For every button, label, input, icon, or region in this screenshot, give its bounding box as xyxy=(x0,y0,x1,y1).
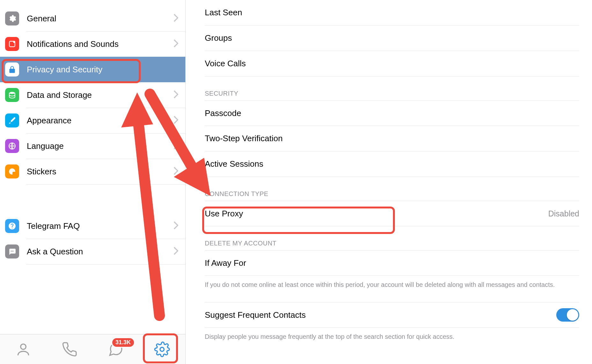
sidebar-item-label: General xyxy=(27,14,174,24)
row-label: Last Seen xyxy=(205,8,579,18)
svg-point-6 xyxy=(13,251,14,252)
sidebar-item-general[interactable]: General xyxy=(0,6,185,31)
row-passcode[interactable]: Passcode xyxy=(205,100,579,126)
connection-section: CONNECTION TYPE Use Proxy Disabled xyxy=(205,190,579,226)
chevron-right-icon xyxy=(174,91,178,99)
sidebar-item-language[interactable]: Language xyxy=(0,133,185,159)
svg-point-7 xyxy=(20,344,26,349)
row-label: If Away For xyxy=(205,258,579,268)
row-if-away[interactable]: If Away For xyxy=(205,250,579,276)
sidebar-item-label: Telegram FAQ xyxy=(27,221,174,231)
sidebar-items: General Notifications and Sounds Priva xyxy=(0,0,185,334)
chevron-right-icon xyxy=(174,40,178,48)
bell-square-icon xyxy=(5,37,19,51)
privacy-detail-pane: Last Seen Groups Voice Calls SECURITY Pa… xyxy=(186,0,592,364)
chevron-right-icon xyxy=(174,142,178,150)
row-active-sessions[interactable]: Active Sessions xyxy=(205,151,579,177)
row-groups[interactable]: Groups xyxy=(205,25,579,51)
brush-icon xyxy=(5,113,19,127)
row-last-seen[interactable]: Last Seen xyxy=(205,0,579,25)
row-suggest-contacts[interactable]: Suggest Frequent Contacts xyxy=(205,302,579,328)
calls-tab[interactable] xyxy=(57,338,82,361)
row-label: Active Sessions xyxy=(205,159,579,169)
sidebar-item-appearance[interactable]: Appearance xyxy=(0,108,185,133)
section-footer: Display people you message frequently at… xyxy=(205,332,579,341)
sidebar-spacer xyxy=(0,185,185,213)
row-label: Passcode xyxy=(205,108,579,118)
chat-dots-icon xyxy=(5,244,19,258)
svg-point-1 xyxy=(13,41,15,43)
settings-sidebar: General Notifications and Sounds Priva xyxy=(0,0,186,364)
sidebar-item-notifications[interactable]: Notifications and Sounds xyxy=(0,31,185,57)
sidebar-item-label: Data and Storage xyxy=(27,90,174,100)
svg-point-2 xyxy=(9,92,15,94)
chevron-right-icon xyxy=(174,222,178,230)
row-label: Two-Step Verification xyxy=(205,134,579,143)
globe-icon xyxy=(5,139,19,153)
sidebar-item-label: Notifications and Sounds xyxy=(27,39,174,49)
toggle-switch[interactable] xyxy=(556,308,579,322)
question-icon xyxy=(5,219,19,233)
row-label: Use Proxy xyxy=(205,209,548,219)
app-root: General Notifications and Sounds Priva xyxy=(0,0,592,364)
row-label: Suggest Frequent Contacts xyxy=(205,310,556,320)
row-two-step[interactable]: Two-Step Verification xyxy=(205,126,579,151)
svg-point-4 xyxy=(11,251,11,252)
section-header: SECURITY xyxy=(205,90,579,97)
section-header: DELETE MY ACCOUNT xyxy=(205,240,579,247)
suggest-section: Suggest Frequent Contacts Display people… xyxy=(205,302,579,341)
divider xyxy=(26,264,185,265)
chevron-right-icon xyxy=(174,167,178,176)
chevron-right-icon xyxy=(174,14,178,23)
sidebar-item-label: Language xyxy=(27,141,174,151)
row-use-proxy[interactable]: Use Proxy Disabled xyxy=(205,201,579,226)
privacy-section: Last Seen Groups Voice Calls xyxy=(205,0,579,76)
section-footer: If you do not come online at least once … xyxy=(205,280,579,289)
chats-tab[interactable]: 31.3K xyxy=(103,338,129,361)
row-voice-calls[interactable]: Voice Calls xyxy=(205,51,579,76)
gear-icon xyxy=(5,11,19,25)
sidebar-item-privacy[interactable]: Privacy and Security xyxy=(0,57,185,82)
sticker-icon xyxy=(5,164,19,178)
row-label: Voice Calls xyxy=(205,59,579,69)
delete-account-section: DELETE MY ACCOUNT If Away For If you do … xyxy=(205,240,579,289)
sidebar-item-label: Ask a Question xyxy=(27,247,174,257)
sidebar-item-label: Stickers xyxy=(27,167,174,177)
chevron-right-icon xyxy=(174,116,178,125)
sidebar-item-faq[interactable]: Telegram FAQ xyxy=(0,213,185,239)
bottom-tab-bar: 31.3K xyxy=(0,334,185,364)
svg-point-5 xyxy=(12,251,13,252)
row-label: Groups xyxy=(205,33,579,43)
svg-point-8 xyxy=(160,347,164,351)
lock-icon xyxy=(5,62,19,76)
contacts-tab[interactable] xyxy=(11,338,36,361)
row-value: Disabled xyxy=(548,209,579,218)
stack-icon xyxy=(5,88,19,102)
section-header: CONNECTION TYPE xyxy=(205,190,579,198)
sidebar-item-stickers[interactable]: Stickers xyxy=(0,159,185,184)
sidebar-item-label: Appearance xyxy=(27,116,174,126)
sidebar-item-label: Privacy and Security xyxy=(27,65,178,75)
chats-unread-badge: 31.3K xyxy=(111,337,135,348)
sidebar-item-ask[interactable]: Ask a Question xyxy=(0,239,185,264)
sidebar-item-data[interactable]: Data and Storage xyxy=(0,82,185,108)
chevron-right-icon xyxy=(174,247,178,256)
security-section: SECURITY Passcode Two-Step Verification … xyxy=(205,90,579,177)
settings-tab[interactable] xyxy=(149,338,175,361)
